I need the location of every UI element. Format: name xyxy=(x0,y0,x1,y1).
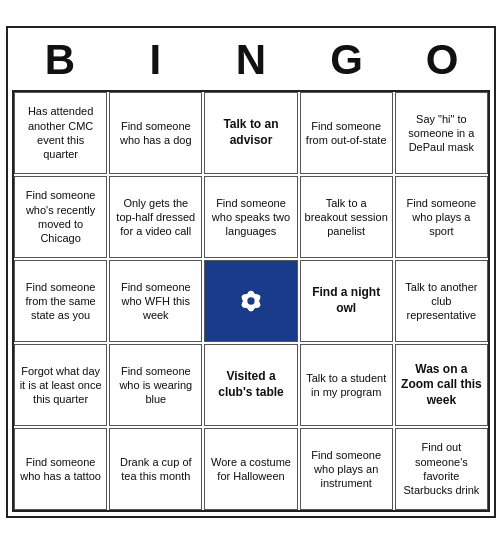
bingo-cell[interactable]: Talk to a breakout session panelist xyxy=(300,176,393,258)
cell-label: Find someone who is wearing blue xyxy=(114,364,197,407)
bingo-cell[interactable]: Visited a club's table xyxy=(204,344,297,426)
bingo-cell[interactable] xyxy=(204,260,297,342)
free-space-inner xyxy=(229,279,273,323)
cell-label: Find someone who speaks two languages xyxy=(209,196,292,239)
title-letter: B xyxy=(30,36,90,84)
title-letter: G xyxy=(317,36,377,84)
cell-label: Find someone who WFH this week xyxy=(114,280,197,323)
bingo-cell[interactable]: Was on a Zoom call this week xyxy=(395,344,488,426)
bingo-cell[interactable]: Drank a cup of tea this month xyxy=(109,428,202,510)
bingo-cell[interactable]: Find someone who plays an instrument xyxy=(300,428,393,510)
bingo-cell[interactable]: Only gets the top-half dressed for a vid… xyxy=(109,176,202,258)
cell-label: Only gets the top-half dressed for a vid… xyxy=(114,196,197,239)
bingo-cell[interactable]: Find someone who plays a sport xyxy=(395,176,488,258)
cell-label: Find out someone's favorite Starbucks dr… xyxy=(400,440,483,497)
cell-label: Find someone who has a dog xyxy=(114,119,197,148)
title-letter: O xyxy=(412,36,472,84)
cell-label: Visited a club's table xyxy=(209,369,292,400)
bingo-cell[interactable]: Talk to an advisor xyxy=(204,92,297,174)
cell-label: Find someone who's recently moved to Chi… xyxy=(19,188,102,245)
cell-label: Wore a costume for Halloween xyxy=(209,455,292,484)
bingo-cell[interactable]: Has attended another CMC event this quar… xyxy=(14,92,107,174)
title-letter: I xyxy=(125,36,185,84)
title-letter: N xyxy=(221,36,281,84)
cell-label: Find a night owl xyxy=(305,285,388,316)
cell-label: Drank a cup of tea this month xyxy=(114,455,197,484)
cell-label: Find someone who plays a sport xyxy=(400,196,483,239)
bingo-cell[interactable]: Talk to another club representative xyxy=(395,260,488,342)
depaul-logo-icon xyxy=(229,279,273,323)
bingo-cell[interactable]: Wore a costume for Halloween xyxy=(204,428,297,510)
bingo-cell[interactable]: Find someone who is wearing blue xyxy=(109,344,202,426)
cell-label: Talk to an advisor xyxy=(209,117,292,148)
bingo-cell[interactable]: Find someone from out-of-state xyxy=(300,92,393,174)
bingo-cell[interactable]: Find out someone's favorite Starbucks dr… xyxy=(395,428,488,510)
cell-label: Find someone who plays an instrument xyxy=(305,448,388,491)
bingo-title: BINGO xyxy=(12,32,490,90)
bingo-cell[interactable]: Say "hi" to someone in a DePaul mask xyxy=(395,92,488,174)
bingo-cell[interactable]: Find someone who's recently moved to Chi… xyxy=(14,176,107,258)
bingo-cell[interactable]: Forgot what day it is at least once this… xyxy=(14,344,107,426)
cell-label: Was on a Zoom call this week xyxy=(400,362,483,409)
cell-label: Talk to another club representative xyxy=(400,280,483,323)
bingo-cell[interactable]: Find someone who has a dog xyxy=(109,92,202,174)
cell-label: Forgot what day it is at least once this… xyxy=(19,364,102,407)
bingo-cell[interactable]: Find someone who WFH this week xyxy=(109,260,202,342)
svg-point-6 xyxy=(247,297,254,304)
bingo-cell[interactable]: Find someone who has a tattoo xyxy=(14,428,107,510)
bingo-cell[interactable]: Find a night owl xyxy=(300,260,393,342)
cell-label: Talk to a student in my program xyxy=(305,371,388,400)
cell-label: Find someone from the same state as you xyxy=(19,280,102,323)
bingo-grid: Has attended another CMC event this quar… xyxy=(12,90,490,512)
cell-label: Say "hi" to someone in a DePaul mask xyxy=(400,112,483,155)
bingo-card: BINGO Has attended another CMC event thi… xyxy=(6,26,496,518)
bingo-cell[interactable]: Find someone who speaks two languages xyxy=(204,176,297,258)
bingo-cell[interactable]: Talk to a student in my program xyxy=(300,344,393,426)
cell-label: Has attended another CMC event this quar… xyxy=(19,104,102,161)
cell-label: Find someone who has a tattoo xyxy=(19,455,102,484)
cell-label: Talk to a breakout session panelist xyxy=(305,196,388,239)
cell-label: Find someone from out-of-state xyxy=(305,119,388,148)
bingo-cell[interactable]: Find someone from the same state as you xyxy=(14,260,107,342)
